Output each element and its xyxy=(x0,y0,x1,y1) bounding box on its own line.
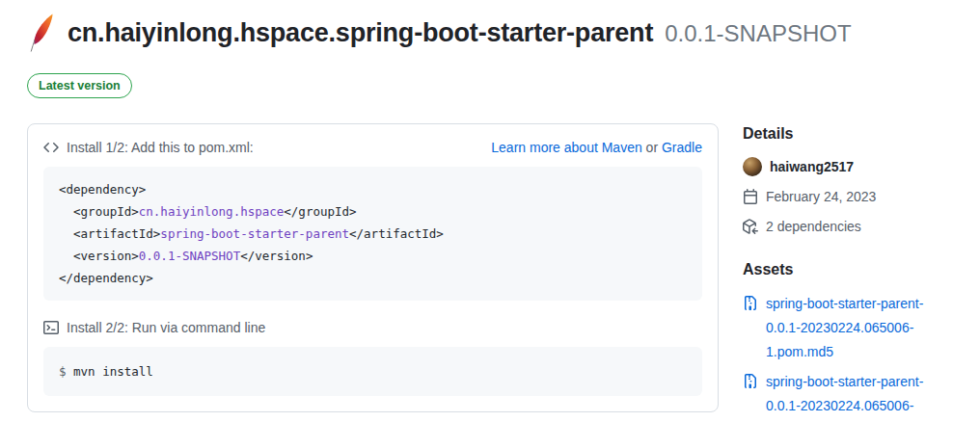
owner-link[interactable]: haiwang2517 xyxy=(770,159,854,174)
code-line: </dependency> xyxy=(59,267,687,289)
file-zip-icon xyxy=(743,296,758,311)
install-step1-label-row: Install 1/2: Add this to pom.xml: xyxy=(43,140,254,155)
install-step2-label: Install 2/2: Run via command line xyxy=(67,320,265,335)
main-content: Install 1/2: Add this to pom.xml: Learn … xyxy=(27,123,961,422)
maven-feather-icon xyxy=(29,13,54,52)
package-page: cn.haiyinlong.hspace.spring-boot-starter… xyxy=(0,0,980,422)
install-card: Install 1/2: Add this to pom.xml: Learn … xyxy=(27,123,719,412)
owner-avatar[interactable] xyxy=(743,157,762,176)
pom-xml-code-block: <dependency> <groupId>cn.haiyinlong.hspa… xyxy=(43,167,702,301)
sidebar: Details haiwang2517 February 24, 2023 xyxy=(743,123,961,422)
code-line: <groupId>cn.haiyinlong.hspace</groupId> xyxy=(59,200,687,223)
code-icon xyxy=(43,140,59,155)
install-step1-header: Install 1/2: Add this to pom.xml: Learn … xyxy=(43,140,702,155)
latest-version-badge: Latest version xyxy=(27,73,132,98)
learn-more-links: Learn more about Maven or Gradle xyxy=(491,140,702,155)
learn-more-maven-link[interactable]: Learn more about Maven xyxy=(491,140,641,155)
file-zip-icon xyxy=(743,374,758,389)
install-step1-label: Install 1/2: Add this to pom.xml: xyxy=(67,140,254,155)
assets-heading: Assets xyxy=(743,261,961,278)
learn-more-or-text: or xyxy=(642,140,662,155)
dependencies-count: 2 dependencies xyxy=(766,219,861,234)
published-date-row: February 24, 2023 xyxy=(743,187,961,206)
asset-download-link[interactable]: spring-boot-starter-parent-0.0.1-2023022… xyxy=(766,370,957,422)
owner-row: haiwang2517 xyxy=(743,157,961,176)
install-step2-header: Install 2/2: Run via command line xyxy=(43,320,702,335)
code-line: <artifactId>spring-boot-starter-parent</… xyxy=(59,223,687,245)
asset-item: spring-boot-starter-parent-0.0.1-2023022… xyxy=(743,370,961,422)
code-line: $ mvn install xyxy=(59,360,687,382)
badge-row: Latest version xyxy=(27,73,961,98)
package-title-line: cn.haiyinlong.hspace.spring-boot-starter… xyxy=(68,18,852,48)
calendar-icon xyxy=(743,189,758,204)
install-step2-label-row: Install 2/2: Run via command line xyxy=(43,320,265,335)
details-rows: haiwang2517 February 24, 2023 2 dependen… xyxy=(743,157,961,236)
assets-section: Assets spring-boot-starter-parent-0.0.1-… xyxy=(743,261,961,422)
package-title: cn.haiyinlong.hspace.spring-boot-starter… xyxy=(68,18,653,47)
asset-list: spring-boot-starter-parent-0.0.1-2023022… xyxy=(743,292,961,422)
asset-download-link[interactable]: spring-boot-starter-parent-0.0.1-2023022… xyxy=(766,292,957,364)
package-dependencies-icon xyxy=(743,219,758,234)
command-line-block: $ mvn install xyxy=(43,347,702,396)
package-header: cn.haiyinlong.hspace.spring-boot-starter… xyxy=(27,13,961,52)
package-version: 0.0.1-SNAPSHOT xyxy=(665,20,851,46)
terminal-icon xyxy=(43,320,59,335)
published-date: February 24, 2023 xyxy=(766,189,876,204)
learn-more-gradle-link[interactable]: Gradle xyxy=(662,140,702,155)
code-line: <dependency> xyxy=(59,178,687,200)
asset-item: spring-boot-starter-parent-0.0.1-2023022… xyxy=(743,292,961,364)
details-heading: Details xyxy=(743,125,961,143)
dependencies-row: 2 dependencies xyxy=(743,217,961,236)
code-line: <version>0.0.1-SNAPSHOT</version> xyxy=(59,245,687,267)
